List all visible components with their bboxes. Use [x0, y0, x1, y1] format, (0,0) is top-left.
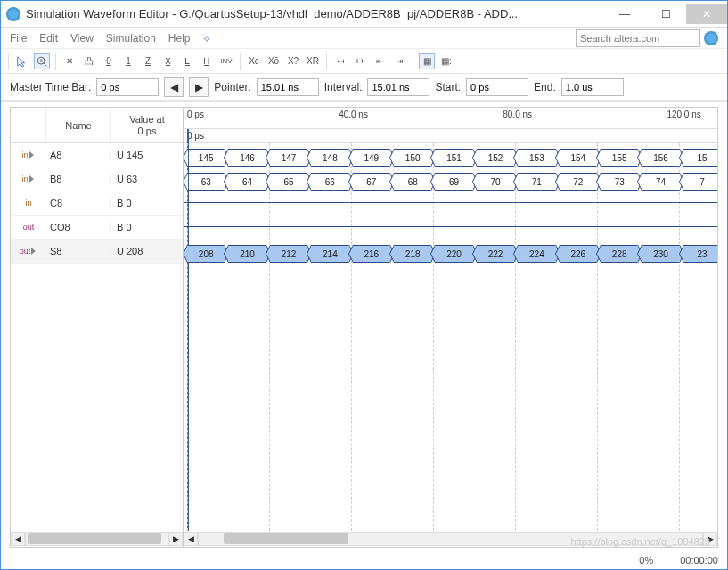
clock-icon[interactable]: Xō — [266, 53, 282, 69]
force-x-icon[interactable]: X̲ — [160, 53, 176, 69]
menu-extra-icon[interactable]: ⟡ — [203, 32, 210, 45]
start-input[interactable] — [466, 78, 528, 96]
wave-cell: 155 — [597, 149, 642, 167]
pin-in-icon: in — [21, 175, 28, 183]
wave-cell: 15 — [680, 149, 718, 167]
menu-edit[interactable]: Edit — [39, 32, 58, 45]
close-button[interactable]: ✕ — [686, 4, 727, 24]
expand-icon[interactable] — [29, 151, 34, 159]
search-go-icon[interactable] — [704, 31, 718, 45]
pin-out-icon: out — [20, 247, 31, 256]
wave-cell: 73 — [597, 173, 642, 191]
signal-name: S8 — [46, 246, 111, 256]
signal-value: U 63 — [111, 174, 183, 184]
wave-cell: 222 — [473, 245, 518, 263]
wave-row-C8[interactable] — [184, 202, 717, 203]
wave-cell: 70 — [473, 173, 518, 191]
wave-cell: 147 — [266, 149, 311, 167]
zoom-tool-icon[interactable] — [34, 53, 50, 69]
menu-simulation[interactable]: Simulation — [106, 32, 156, 45]
force-z-icon[interactable]: Z — [140, 53, 156, 69]
maximize-button[interactable]: ☐ — [645, 4, 686, 24]
signal-row-A8[interactable]: in A8 U 145 — [11, 143, 183, 167]
time-next-button[interactable]: ▶ — [189, 77, 209, 97]
wave-cell: 214 — [307, 245, 352, 263]
force-low-icon[interactable]: 0 — [101, 53, 117, 69]
snap-a-icon[interactable]: ⇤ — [372, 53, 388, 69]
pointer-input[interactable] — [257, 78, 319, 96]
time-ruler[interactable]: 0 ps40.0 ns80.0 ns120.0 ns160.0 ns200.0 … — [184, 108, 717, 129]
wave-cell: 148 — [307, 149, 352, 167]
wave-cell: 23 — [680, 245, 718, 263]
wave-cell: 71 — [514, 173, 559, 191]
menu-file[interactable]: File — [10, 32, 27, 45]
titlebar: Simulation Waveform Editor - G:/QuartusS… — [1, 1, 727, 28]
signal-list-panel: Name Value at 0 ps in A8 U 145in B8 U 63… — [10, 107, 184, 548]
waveform-panel: 0 ps40.0 ns80.0 ns120.0 ns160.0 ns200.0 … — [184, 107, 718, 548]
menu-help[interactable]: Help — [168, 32, 191, 45]
force-h-icon[interactable]: H̲ — [199, 53, 215, 69]
signal-row-CO8[interactable]: out CO8 B 0 — [11, 216, 183, 240]
time-prev-button[interactable]: ◀ — [164, 77, 184, 97]
wave-cell: 74 — [638, 173, 683, 191]
wave-cell: 224 — [514, 245, 559, 263]
expand-icon[interactable] — [31, 248, 36, 255]
signal-name: B8 — [46, 174, 111, 184]
wave-cell: 228 — [597, 245, 642, 263]
menu-view[interactable]: View — [70, 32, 94, 45]
signal-value: B 0 — [111, 222, 183, 232]
interval-input[interactable] — [367, 78, 429, 96]
app-window: Simulation Waveform Editor - G:/QuartusS… — [0, 0, 728, 570]
col-value: Value at 0 ps — [111, 108, 183, 142]
end-input[interactable] — [561, 78, 624, 96]
signal-row-C8[interactable]: in C8 B 0 — [11, 191, 183, 216]
pointer-tool-icon[interactable] — [14, 53, 30, 69]
wave-cell: 145 — [184, 149, 228, 167]
signal-row-B8[interactable]: in B8 U 63 — [11, 167, 183, 191]
search-input[interactable] — [576, 29, 700, 47]
wave-row-S8[interactable]: 20821021221421621822022222422622823023 — [184, 245, 717, 263]
grid-icon[interactable]: ▦: — [438, 53, 454, 69]
wave-cell: 65 — [266, 173, 311, 191]
expand-icon[interactable] — [29, 175, 34, 183]
col-name: Name — [46, 108, 111, 142]
wave-cell: 150 — [390, 149, 435, 167]
signal-value: U 145 — [111, 150, 183, 160]
force-high-icon[interactable]: 1 — [120, 53, 136, 69]
signal-row-S8[interactable]: out S8 U 208 — [11, 240, 183, 264]
wave-cell: 212 — [266, 245, 311, 263]
arb-icon[interactable]: XR — [305, 53, 321, 69]
wave-row-CO8[interactable] — [184, 226, 717, 227]
snap-b-icon[interactable]: ⇥ — [391, 53, 407, 69]
timebar: Master Time Bar: ◀ ▶ Pointer: Interval: … — [1, 74, 727, 101]
signal-value: B 0 — [111, 198, 183, 208]
minimize-button[interactable]: — — [604, 4, 645, 24]
signal-name: CO8 — [46, 222, 111, 232]
wave-cell: 7 — [680, 173, 718, 191]
status-pct: 0% — [639, 555, 653, 566]
tool-a-icon[interactable]: ✕ — [61, 53, 78, 69]
wave-cell: 72 — [556, 173, 601, 191]
signal-value: U 208 — [111, 246, 183, 256]
tool-b-icon[interactable]: 凸 — [81, 53, 97, 69]
wave-area[interactable]: 14514614714814915015115215315415515615 6… — [184, 143, 717, 531]
wave-cell: 151 — [431, 149, 476, 167]
invert-icon[interactable]: INV — [218, 53, 234, 69]
ruler-tick: 0 ps — [187, 110, 204, 119]
force-l-icon[interactable]: L̲ — [179, 53, 195, 69]
snap-right-icon[interactable]: ↦ — [352, 53, 368, 69]
snap-left-icon[interactable]: ↤ — [332, 53, 348, 69]
main-area: Name Value at 0 ps in A8 U 145in B8 U 63… — [1, 101, 727, 550]
status-time: 00:00:00 — [680, 555, 718, 566]
random-icon[interactable]: X? — [285, 53, 301, 69]
wave-row-A8[interactable]: 14514614714814915015115215315415515615 — [184, 149, 717, 167]
pin-out-icon: out — [23, 223, 35, 232]
run-sim-icon[interactable]: ▦ — [419, 53, 435, 69]
count-icon[interactable]: Xc — [246, 53, 262, 69]
master-time-input[interactable] — [96, 78, 159, 96]
left-hscroll[interactable]: ◀▶ — [11, 531, 183, 547]
ruler-tick: 120.0 ns — [667, 110, 700, 119]
wave-row-B8[interactable]: 6364656667686970717273747 — [184, 173, 717, 191]
time-subruler: 0 ps — [184, 129, 717, 143]
wave-cell: 230 — [638, 245, 683, 263]
